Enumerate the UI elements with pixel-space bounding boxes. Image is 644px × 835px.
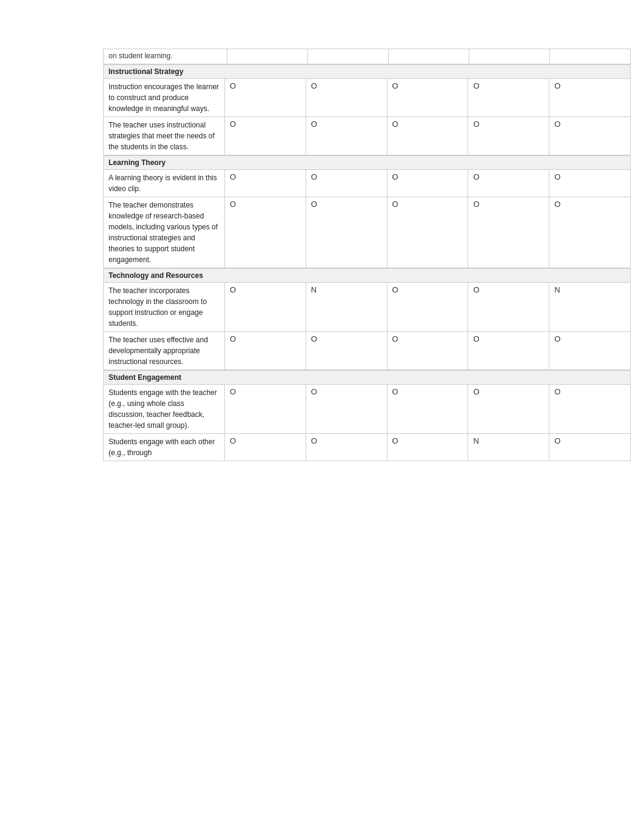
rating-letter-2-0-0: O bbox=[230, 285, 236, 294]
rating-cell-2-0-4[interactable]: N bbox=[549, 283, 631, 332]
rating-cell-3-1-3[interactable]: N bbox=[468, 434, 549, 461]
rating-cell-1-1-1[interactable]: O bbox=[306, 197, 387, 268]
criterion-cell-2-1: The teacher uses effective and developme… bbox=[104, 332, 225, 370]
rating-cell-0-0-0[interactable]: O bbox=[225, 79, 306, 117]
top-rating-3 bbox=[389, 49, 469, 64]
rating-cell-3-0-2[interactable]: O bbox=[387, 385, 468, 434]
rating-cell-1-0-4[interactable]: O bbox=[549, 170, 631, 197]
rating-cell-2-1-1[interactable]: O bbox=[306, 332, 387, 370]
rating-cell-3-1-4[interactable]: O bbox=[549, 434, 631, 461]
rating-letter-0-1-0: O bbox=[230, 120, 236, 129]
rating-cell-1-0-2[interactable]: O bbox=[387, 170, 468, 197]
section-header-0: Instructional Strategy bbox=[104, 65, 631, 79]
rating-cell-1-1-2[interactable]: O bbox=[387, 197, 468, 268]
rating-cell-1-0-3[interactable]: O bbox=[468, 170, 549, 197]
rating-cell-2-1-4[interactable]: O bbox=[549, 332, 631, 370]
top-rating-2 bbox=[308, 49, 389, 64]
rating-cell-2-1-2[interactable]: O bbox=[387, 332, 468, 370]
criterion-text-2-0: The teacher incorporates technology in t… bbox=[109, 285, 220, 329]
rating-cell-2-1-3[interactable]: O bbox=[468, 332, 549, 370]
rating-letter-3-0-3: O bbox=[473, 387, 479, 396]
rating-cell-2-1-0[interactable]: O bbox=[225, 332, 306, 370]
table-row: Instruction encourages the learner to co… bbox=[104, 79, 631, 117]
rating-letter-2-1-4: O bbox=[554, 334, 560, 343]
top-row: on student learning. bbox=[104, 49, 631, 64]
top-rating-5 bbox=[550, 49, 631, 64]
rating-cell-1-1-4[interactable]: O bbox=[549, 197, 631, 268]
rating-letter-2-0-3: O bbox=[473, 285, 479, 294]
rating-cell-0-0-2[interactable]: O bbox=[387, 79, 468, 117]
table-row: Students engage with each other (e.g., t… bbox=[104, 434, 631, 461]
rating-cell-0-1-4[interactable]: O bbox=[549, 117, 631, 155]
table-row: The teacher uses instructional strategie… bbox=[104, 117, 631, 155]
rating-letter-0-0-2: O bbox=[392, 81, 398, 90]
rating-cell-3-0-4[interactable]: O bbox=[549, 385, 631, 434]
rating-letter-3-1-2: O bbox=[392, 436, 398, 445]
section-header-row-1: Learning Theory bbox=[104, 156, 631, 170]
rating-cell-1-1-0[interactable]: O bbox=[225, 197, 306, 268]
section-table-3: Student EngagementStudents engage with t… bbox=[103, 370, 631, 461]
criterion-cell-0-0: Instruction encourages the learner to co… bbox=[104, 79, 225, 117]
rating-cell-0-0-4[interactable]: O bbox=[549, 79, 631, 117]
rating-letter-3-1-4: O bbox=[554, 436, 560, 445]
criterion-cell-1-0: A learning theory is evident in this vid… bbox=[104, 170, 225, 197]
rating-letter-0-1-3: O bbox=[473, 120, 479, 129]
criterion-text-1-1: The teacher demonstrates knowledge of re… bbox=[109, 200, 220, 265]
page-wrapper: on student learning. Instructional Strat… bbox=[0, 0, 644, 498]
rating-cell-1-1-3[interactable]: O bbox=[468, 197, 549, 268]
rating-cell-2-0-3[interactable]: O bbox=[468, 283, 549, 332]
rating-letter-2-0-4: N bbox=[554, 285, 560, 294]
rating-letter-3-0-0: O bbox=[230, 387, 236, 396]
rating-letter-0-1-4: O bbox=[554, 120, 560, 129]
top-rating-4 bbox=[469, 49, 550, 64]
top-criterion-cell: on student learning. bbox=[104, 49, 227, 64]
rating-cell-2-0-1[interactable]: N bbox=[306, 283, 387, 332]
rating-letter-3-0-1: O bbox=[311, 387, 317, 396]
section-table-1: Learning TheoryA learning theory is evid… bbox=[103, 155, 631, 268]
rating-letter-2-0-1: N bbox=[311, 285, 317, 294]
rating-letter-1-1-2: O bbox=[392, 200, 398, 209]
rating-cell-3-1-1[interactable]: O bbox=[306, 434, 387, 461]
rating-cell-1-0-1[interactable]: O bbox=[306, 170, 387, 197]
section-table-0: Instructional StrategyInstruction encour… bbox=[103, 64, 631, 155]
rating-cell-3-0-1[interactable]: O bbox=[306, 385, 387, 434]
rating-cell-3-1-2[interactable]: O bbox=[387, 434, 468, 461]
rating-cell-0-1-1[interactable]: O bbox=[306, 117, 387, 155]
rating-cell-2-0-0[interactable]: O bbox=[225, 283, 306, 332]
rating-letter-0-1-1: O bbox=[311, 120, 317, 129]
rating-cell-0-1-0[interactable]: O bbox=[225, 117, 306, 155]
rating-cell-3-1-0[interactable]: O bbox=[225, 434, 306, 461]
rating-letter-1-1-1: O bbox=[311, 200, 317, 209]
rating-cell-0-0-1[interactable]: O bbox=[306, 79, 387, 117]
rating-cell-2-0-2[interactable]: O bbox=[387, 283, 468, 332]
rating-cell-0-1-2[interactable]: O bbox=[387, 117, 468, 155]
rating-letter-2-1-1: O bbox=[311, 334, 317, 343]
rating-letter-3-1-1: O bbox=[311, 436, 317, 445]
table-row: A learning theory is evident in this vid… bbox=[104, 170, 631, 197]
rating-cell-3-0-3[interactable]: O bbox=[468, 385, 549, 434]
rating-letter-1-1-4: O bbox=[554, 200, 560, 209]
rating-cell-3-0-0[interactable]: O bbox=[225, 385, 306, 434]
rating-letter-1-0-2: O bbox=[392, 172, 398, 181]
rating-cell-0-0-3[interactable]: O bbox=[468, 79, 549, 117]
top-rating-1 bbox=[227, 49, 308, 64]
rating-cell-1-0-0[interactable]: O bbox=[225, 170, 306, 197]
sections-container: Instructional StrategyInstruction encour… bbox=[103, 64, 644, 461]
criterion-cell-1-1: The teacher demonstrates knowledge of re… bbox=[104, 197, 225, 268]
section-header-row-0: Instructional Strategy bbox=[104, 65, 631, 79]
rating-letter-0-0-4: O bbox=[554, 81, 560, 90]
rating-letter-1-0-4: O bbox=[554, 172, 560, 181]
rating-letter-2-0-2: O bbox=[392, 285, 398, 294]
rating-letter-2-1-2: O bbox=[392, 334, 398, 343]
criterion-text-0-1: The teacher uses instructional strategie… bbox=[109, 120, 220, 152]
rating-letter-1-1-3: O bbox=[473, 200, 479, 209]
section-header-row-2: Technology and Resources bbox=[104, 269, 631, 283]
section-table-2: Technology and ResourcesThe teacher inco… bbox=[103, 268, 631, 370]
rating-cell-0-1-3[interactable]: O bbox=[468, 117, 549, 155]
criterion-text-3-1: Students engage with each other (e.g., t… bbox=[109, 436, 220, 458]
rating-letter-0-1-2: O bbox=[392, 120, 398, 129]
criterion-text-1-0: A learning theory is evident in this vid… bbox=[109, 172, 220, 194]
rating-letter-3-0-2: O bbox=[392, 387, 398, 396]
criterion-text-0-0: Instruction encourages the learner to co… bbox=[109, 81, 220, 114]
rating-letter-0-0-1: O bbox=[311, 81, 317, 90]
